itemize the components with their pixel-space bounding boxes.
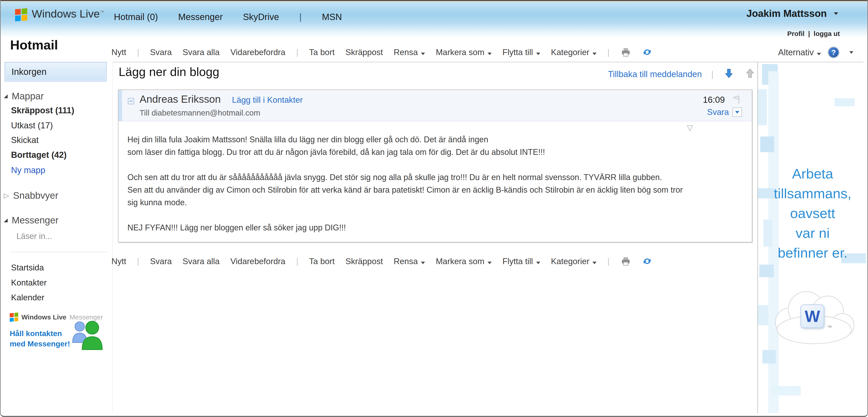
chevron-down-icon	[849, 51, 854, 54]
move-to-dropdown[interactable]: Flytta till	[502, 257, 540, 266]
chevron-down-icon	[735, 111, 739, 113]
mark-as-dropdown[interactable]: Markera som	[436, 257, 492, 266]
print-icon[interactable]	[620, 256, 631, 267]
flag-icon[interactable]	[732, 95, 742, 106]
body-line: NEJ FYFAN!!! Lägg ner bloggen eller så s…	[127, 223, 745, 236]
print-icon[interactable]	[620, 47, 631, 58]
forward-button[interactable]: Vidarebefordra	[230, 257, 285, 266]
junk-button[interactable]: Skräppost	[345, 257, 383, 266]
chevron-down-icon	[817, 53, 821, 55]
messenger-loading-text: Läser in...	[17, 232, 52, 241]
toolbar-right: Alternativ	[778, 44, 854, 61]
body-line: Hej din lilla fula Joakim Mattsson! Snäl…	[127, 135, 745, 147]
ad-headline: Arbeta tillsammans, oavsett var ni befin…	[758, 164, 867, 263]
collapse-chevron-icon[interactable]	[687, 123, 693, 132]
next-message-icon[interactable]	[723, 67, 735, 81]
forward-button[interactable]: Vidarebefordra	[230, 48, 285, 57]
messenger-section-header[interactable]: Messenger	[4, 215, 59, 226]
delete-button[interactable]: Ta bort	[309, 48, 335, 57]
reply-all-button[interactable]: Svara alla	[183, 48, 220, 57]
junk-button[interactable]: Skräppost	[345, 48, 383, 57]
categories-dropdown[interactable]: Kategorier	[551, 257, 597, 266]
nav-messenger[interactable]: Messenger	[178, 12, 223, 22]
new-button[interactable]: Nytt	[112, 257, 126, 266]
windows-live-logo: Windows Live™	[15, 7, 104, 21]
ad-pattern-block	[834, 98, 855, 106]
reply-button[interactable]: Svara	[150, 48, 172, 57]
previous-message-icon[interactable]	[744, 67, 756, 81]
windows-flag-icon	[15, 8, 27, 22]
sidebar-item-home[interactable]: Startsida	[11, 263, 44, 273]
ad-pattern-block	[758, 89, 767, 125]
categories-dropdown[interactable]: Kategorier	[551, 48, 597, 57]
delete-button[interactable]: Ta bort	[309, 257, 335, 266]
mark-as-dropdown[interactable]: Markera som	[436, 48, 492, 57]
office-ad-panel[interactable]: Arbeta tillsammans, oavsett var ni befin…	[758, 62, 867, 415]
nav-msn[interactable]: MSN	[322, 12, 342, 22]
page-title: Lägg ner din blogg	[119, 65, 219, 79]
back-row: Tillbaka till meddelanden |	[608, 67, 756, 81]
quickviews-section-header[interactable]: Snabbvyer	[4, 190, 58, 201]
nav-separator: |	[300, 12, 302, 22]
separator: |	[296, 48, 299, 57]
message-body: Hej din lilla fula Joakim Mattsson! Snäl…	[127, 135, 745, 236]
reply-row: Svara	[707, 107, 742, 117]
content-left-border	[113, 62, 113, 413]
sidebar-item-calendar[interactable]: Kalender	[11, 293, 44, 302]
sidebar-item-deleted[interactable]: Borttaget (42)	[11, 150, 67, 160]
header-accent-strip	[118, 90, 122, 121]
options-dropdown[interactable]: Alternativ	[778, 48, 821, 57]
back-to-messages-link[interactable]: Tillbaka till meddelanden	[608, 69, 702, 79]
reply-button[interactable]: Svara	[150, 257, 172, 266]
ad-pattern-block	[758, 305, 768, 325]
chevron-down-icon	[421, 53, 425, 55]
user-name: Joakim Mattsson	[746, 8, 827, 19]
profile-row: Profil | logga ut	[787, 30, 840, 38]
sidebar-item-junk[interactable]: Skräppost (111)	[11, 106, 74, 115]
sidebar-item-inbox[interactable]: Inkorgen	[5, 62, 106, 81]
refresh-icon[interactable]	[642, 256, 653, 267]
sweep-dropdown[interactable]: Rensa	[394, 48, 425, 57]
refresh-icon[interactable]	[642, 47, 653, 58]
folders-section-header[interactable]: Mappar	[4, 91, 44, 102]
messenger-promo-ad[interactable]: Windows Live Messenger Håll kontakten me…	[10, 313, 104, 362]
help-icon[interactable]	[828, 46, 839, 58]
body-line	[127, 160, 745, 173]
sender-name[interactable]: Andreas Eriksson	[140, 93, 221, 105]
sidebar-item-sent[interactable]: Skickat	[11, 135, 38, 145]
user-menu[interactable]: Joakim Mattsson	[746, 8, 838, 19]
profil-link[interactable]: Profil	[787, 30, 805, 38]
nav-skydrive[interactable]: SkyDrive	[243, 12, 279, 22]
body-line	[127, 210, 745, 223]
ad-pattern-block	[771, 386, 801, 395]
add-to-contacts-link[interactable]: Lägg till i Kontakter	[232, 95, 303, 105]
sender-row: Andreas Eriksson Lägg till i Kontakter	[140, 93, 303, 105]
promo-brand-bold: Windows Live	[21, 313, 66, 321]
move-to-dropdown[interactable]: Flytta till	[502, 48, 540, 57]
new-folder-link[interactable]: Ny mapp	[11, 166, 45, 175]
reply-dropdown[interactable]	[733, 107, 742, 117]
separator: |	[607, 48, 610, 57]
brand-name: Windows Live™	[32, 7, 104, 20]
collapse-message-icon[interactable]	[128, 98, 134, 104]
logout-link[interactable]: logga ut	[813, 30, 840, 38]
reply-link[interactable]: Svara	[707, 107, 729, 117]
word-logo: W	[801, 304, 824, 328]
new-button[interactable]: Nytt	[112, 48, 126, 57]
chevron-down-icon	[834, 12, 838, 15]
separator: |	[137, 257, 140, 266]
chevron-down-icon	[488, 53, 492, 55]
sidebar-item-drafts[interactable]: Utkast (17)	[11, 121, 53, 130]
separator: |	[711, 69, 714, 79]
chevron-down-icon	[592, 262, 596, 264]
top-nav: Hotmail (0) Messenger SkyDrive | MSN	[114, 12, 362, 22]
sweep-dropdown[interactable]: Rensa	[394, 257, 425, 266]
reply-all-button[interactable]: Svara alla	[183, 257, 220, 266]
toolbar-bottom: Nytt | Svara Svara alla Vidarebefordra |…	[112, 253, 663, 270]
app-title: Hotmail	[10, 37, 58, 53]
nav-hotmail[interactable]: Hotmail (0)	[114, 12, 158, 22]
body-line: sig kunna mode.	[127, 198, 745, 210]
hotmail-window: Windows Live™ Hotmail (0) Messenger SkyD…	[0, 0, 868, 417]
sidebar-item-contacts[interactable]: Kontakter	[11, 278, 46, 287]
sidebar-divider	[10, 252, 107, 252]
